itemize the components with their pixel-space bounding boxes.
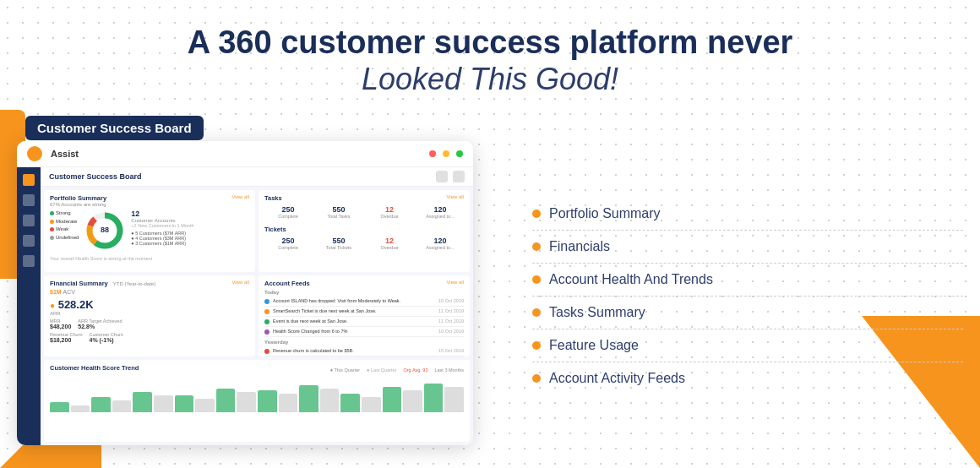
fin-mrr-val: $48,200 [50, 324, 71, 329]
task-complete-val: 250 [264, 205, 312, 214]
feed-item-2: SmartSearch Ticket is due next week at S… [264, 307, 464, 317]
filter-icon[interactable] [436, 171, 448, 182]
feature-text-3: Account Health And Trends [549, 272, 713, 287]
fin-arr-val: 52.8% [78, 324, 95, 329]
headline: A 360 customer success platform never Lo… [188, 25, 793, 97]
ticket-overdue: 12 Overdue [366, 237, 413, 250]
health-trend-panel: Customer Health Score Trend ● This Quart… [44, 360, 470, 442]
main-content: A 360 customer success platform never Lo… [0, 0, 980, 445]
ticket-total-val: 550 [315, 237, 362, 245]
task-metric-complete: 250 Complete [264, 205, 312, 219]
app-name: Assist [51, 149, 424, 159]
financial-title: Financial Summary [50, 280, 108, 287]
close-btn[interactable] [429, 150, 436, 157]
window-controls [429, 150, 463, 157]
financial-amount-label: ARR [50, 311, 249, 316]
feed-text-3: Event is due next week at San Jose. [273, 318, 435, 324]
portfolio-panel: Portfolio Summary View all 67% Accounts … [44, 190, 255, 272]
ticket-complete-label: Complete [264, 245, 312, 250]
dashboard-window: Assist [17, 141, 473, 445]
financial-details: MRR $48,200 ARR Target Achieved 52.8% [50, 318, 249, 329]
nav-chart-icon[interactable] [23, 194, 35, 206]
headline-line2: Looked This Good! [188, 61, 793, 97]
ticket-overdue-val: 12 [366, 237, 413, 245]
ticket-complete: 250 Complete [264, 237, 312, 250]
customer-count: 12 [131, 210, 193, 218]
legend-weak: Weak [56, 226, 68, 231]
bar-5 [216, 389, 236, 412]
feed-text-1: Account ISLAND has dropped: Visit from M… [273, 298, 435, 303]
maximize-btn[interactable] [456, 150, 463, 157]
portfolio-viewall[interactable]: View all [231, 194, 249, 199]
bar-6 [258, 390, 277, 412]
ticket-assigned: 120 Assigned to... [416, 237, 464, 250]
nav-home-icon[interactable] [23, 174, 35, 186]
feeds-viewall[interactable]: View all [446, 280, 464, 285]
financial-period: YTD (Year-to-date) [113, 281, 155, 286]
legend-strong: Strong [56, 210, 71, 215]
dashboard-body: Customer Success Board Portfol [17, 167, 473, 445]
minimize-btn[interactable] [443, 150, 449, 157]
portfolio-content: Strong Moderate Weak Undefined [50, 210, 249, 253]
health-legend-this: ● This Quarter [330, 367, 360, 373]
feature-text-6: Account Activity Feeds [549, 371, 685, 386]
left-column: Customer Success Board Assist [17, 122, 507, 445]
bar-last-7 [320, 389, 340, 412]
tasks-title: Tasks [264, 194, 282, 202]
feature-dot-4 [532, 308, 541, 317]
tickets-title: Tickets [264, 226, 286, 233]
bar-7 [299, 385, 318, 412]
feature-item-1: Portfolio Summary [532, 198, 963, 231]
feature-item-4: Tasks Summary [532, 297, 963, 329]
bar-2 [91, 397, 111, 412]
feed-text-5: Revenue churn is calculated to be $5B. [273, 348, 435, 353]
bar-8 [340, 394, 360, 412]
feature-dot-5 [532, 341, 541, 350]
feature-item-2: Financials [532, 231, 963, 264]
title-bar: Assist [17, 141, 473, 167]
tasks-viewall[interactable]: View all [446, 194, 464, 199]
tickets-metrics: 250 Complete 550 Total Tickets [264, 237, 464, 250]
task-assigned-label: Assigned to... [416, 214, 464, 219]
financial-viewall[interactable]: View all [231, 280, 249, 285]
feature-text-2: Financials [549, 239, 610, 254]
portfolio-customers: 12 Customer Accounts +2 New Customers in… [131, 210, 193, 253]
task-complete-label: Complete [264, 214, 312, 219]
add-icon[interactable] [453, 171, 465, 182]
account-feeds-panel: Account Feeds View all Today Account ISL… [259, 275, 470, 357]
bar-last-2 [112, 400, 132, 412]
ticket-total: 550 Total Tickets [315, 237, 362, 250]
nav-grid-icon[interactable] [23, 255, 35, 267]
feature-text-5: Feature Usage [549, 338, 639, 353]
feed-text-2: SmartSearch Ticket is due next week at S… [273, 308, 435, 313]
bar-last-5 [237, 392, 256, 412]
right-column: Portfolio Summary Financials Account Hea… [532, 122, 963, 445]
customer-sublabel: +2 New Customers in 1 Month [131, 223, 193, 228]
feed-date-1: 10 Oct 2019 [438, 298, 464, 303]
subheader-title: Customer Success Board [49, 172, 142, 181]
tasks-panel: Tasks View all 250 Complete 550 [259, 190, 470, 272]
nav-user-icon[interactable] [23, 215, 35, 226]
bar-4 [175, 395, 194, 412]
feature-text-4: Tasks Summary [549, 305, 645, 320]
app-logo [27, 146, 42, 161]
side-nav [17, 167, 41, 445]
feed-item-5: Revenue churn is calculated to be $5B. 1… [264, 346, 464, 356]
fin-mrr: MRR $48,200 [50, 318, 71, 329]
bar-last-4 [195, 399, 215, 412]
ticket-overdue-label: Overdue [366, 245, 413, 250]
financial-currency: $1M ACV [50, 289, 249, 295]
task-metric-overdue: 12 Overdue [366, 205, 413, 219]
nav-settings-icon[interactable] [23, 235, 35, 247]
feed-dot-2 [264, 309, 270, 314]
health-header: Customer Health Score Trend ● This Quart… [50, 364, 464, 375]
customer-breakdown: ● 5 Customers ($7M ARR) ● 4 Customers ($… [131, 231, 193, 246]
fin-cust-churn-val: 4% (-1%) [90, 337, 114, 343]
health-period: Last 3 Months [434, 367, 464, 373]
bar-1 [50, 402, 69, 412]
bar-last-8 [362, 397, 381, 412]
bar-last-3 [154, 395, 173, 412]
feed-dot-1 [264, 299, 270, 304]
tickets-section: Tickets 250 Complete 550 Total [264, 226, 464, 250]
subheader-controls [436, 171, 465, 182]
